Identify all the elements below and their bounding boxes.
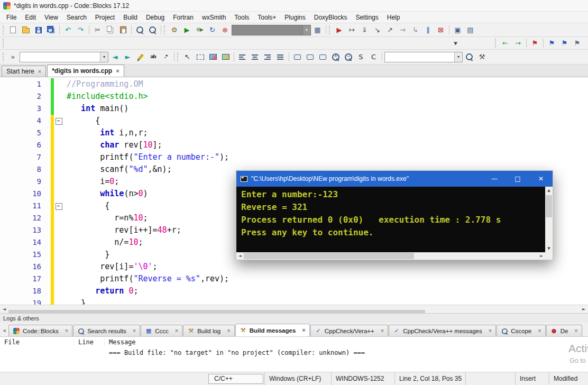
log-tab[interactable]: ▦Cccc bbox=[141, 325, 182, 336]
menu-item-tools[interactable]: Tools+ bbox=[253, 13, 280, 22]
console-minimize-button[interactable]: — bbox=[483, 171, 506, 187]
menu-item-settings[interactable]: Settings bbox=[351, 13, 382, 22]
panel-box-button[interactable] bbox=[317, 51, 329, 63]
console-maximize-button[interactable]: □ bbox=[506, 171, 529, 187]
hscroll-track[interactable] bbox=[244, 252, 538, 260]
tab-close-icon[interactable] bbox=[133, 328, 136, 334]
copy-button[interactable] bbox=[104, 24, 116, 36]
log-tab[interactable]: ●De bbox=[546, 325, 582, 336]
incremental-search-combo[interactable] bbox=[20, 52, 108, 62]
tab-close-icon[interactable] bbox=[489, 328, 492, 334]
log-tab[interactable]: Search results bbox=[73, 325, 140, 336]
search-next-button[interactable]: ► bbox=[122, 51, 134, 63]
menu-item-doxyblocks[interactable]: DoxyBlocks bbox=[310, 13, 352, 22]
menu-item-project[interactable]: Project bbox=[91, 13, 119, 22]
highlight-occurrences-button[interactable] bbox=[134, 51, 146, 63]
tab-close-icon[interactable] bbox=[538, 328, 541, 334]
browse-forward-button[interactable]: → bbox=[512, 38, 524, 49]
scroll-right-icon[interactable] bbox=[580, 305, 588, 314]
zoom-in-button[interactable] bbox=[329, 51, 342, 63]
scroll-left-icon[interactable] bbox=[236, 252, 244, 260]
browse-back-button[interactable]: ← bbox=[499, 38, 511, 49]
sizer-box-button[interactable] bbox=[304, 51, 316, 63]
align-justify-button[interactable] bbox=[274, 51, 287, 63]
step-out-button[interactable]: ↗ bbox=[384, 24, 396, 36]
build-button[interactable]: ⚙ bbox=[168, 24, 180, 36]
menu-item-wxsmith[interactable]: wxSmith bbox=[198, 13, 230, 22]
replace-button[interactable] bbox=[146, 24, 159, 36]
code-text[interactable]: #include<stdio.h> bbox=[63, 90, 148, 103]
incsearch-menu-button[interactable]: » bbox=[7, 51, 19, 63]
tab-close-icon[interactable] bbox=[38, 69, 41, 75]
scroll-up-icon[interactable] bbox=[545, 187, 553, 194]
log-tab[interactable]: ⚒Build log bbox=[183, 325, 235, 336]
debug-continue-button[interactable]: ▶ bbox=[333, 24, 345, 36]
tab-close-icon[interactable] bbox=[65, 328, 68, 334]
build-target-combo-dropdown-icon[interactable] bbox=[302, 25, 310, 35]
console-vscrollbar[interactable] bbox=[545, 187, 553, 252]
build-and-run-button[interactable]: ⚙▶ bbox=[194, 24, 206, 36]
next-line-button[interactable]: ⇓ bbox=[359, 24, 371, 36]
code-text[interactable]: scanf("%d",&n); bbox=[63, 163, 172, 176]
tab-close-icon[interactable] bbox=[381, 328, 384, 334]
code-text[interactable]: { bbox=[63, 115, 100, 127]
search-prev-button[interactable]: ◄ bbox=[109, 51, 121, 63]
menu-item-file[interactable]: File bbox=[2, 13, 21, 22]
rebuild-button[interactable]: ↻ bbox=[206, 24, 218, 36]
debugger-info-button[interactable]: ▤ bbox=[464, 24, 476, 36]
tab-scroll-left-icon[interactable] bbox=[0, 325, 8, 336]
code-text[interactable]: rev[i++]=48+r; bbox=[63, 224, 181, 236]
insert-frame-button[interactable] bbox=[219, 51, 232, 63]
cut-button[interactable]: ✂ bbox=[91, 24, 104, 36]
console-hscrollbar[interactable] bbox=[236, 252, 553, 260]
tab-close-icon[interactable] bbox=[302, 327, 305, 333]
break-debugger-button[interactable]: ‖ bbox=[422, 24, 434, 36]
editor-tab[interactable]: Start here bbox=[2, 66, 46, 77]
match-case-button[interactable]: ab bbox=[147, 51, 159, 63]
abort-build-button[interactable]: ⊗ bbox=[219, 24, 231, 36]
log-row[interactable]: === Build file: "no target" in "no proje… bbox=[0, 347, 588, 358]
symbol-search-combo[interactable] bbox=[384, 52, 463, 62]
code-text[interactable]: printf("Enter a number:-"); bbox=[63, 151, 229, 163]
step-into-button[interactable]: ↘ bbox=[371, 24, 383, 36]
log-tab[interactable]: Cscope bbox=[497, 325, 545, 336]
code-text[interactable]: int i,n,r; bbox=[63, 127, 148, 139]
code-text[interactable]: { bbox=[63, 200, 109, 212]
redo-button[interactable]: ↷ bbox=[75, 24, 87, 36]
run-to-cursor-button[interactable]: ↦ bbox=[346, 24, 358, 36]
scroll-left-icon[interactable] bbox=[0, 305, 8, 314]
menu-item-tools[interactable]: Tools bbox=[230, 13, 253, 22]
tab-close-icon[interactable] bbox=[175, 328, 178, 334]
insert-image-button[interactable] bbox=[207, 51, 219, 63]
border-box-button[interactable] bbox=[291, 51, 304, 63]
code-text[interactable]: r=n%10; bbox=[63, 212, 148, 224]
code-text[interactable]: i=0; bbox=[63, 176, 119, 188]
next-instruction-button[interactable]: → bbox=[397, 24, 409, 36]
symbol-search-combo-dropdown-icon[interactable] bbox=[454, 52, 462, 62]
browse-marks-clear-button[interactable]: ⚑ bbox=[529, 38, 541, 49]
editor-tab[interactable]: *digits in words.cpp bbox=[47, 65, 124, 77]
align-right-button[interactable] bbox=[262, 51, 274, 63]
menu-item-help[interactable]: Help bbox=[383, 13, 405, 22]
code-text[interactable]: while(n>0) bbox=[63, 188, 148, 200]
hscroll-thumb[interactable] bbox=[244, 253, 414, 259]
console-close-button[interactable]: ✕ bbox=[529, 171, 553, 187]
tab-close-icon[interactable] bbox=[116, 68, 119, 74]
toolbar-overflow-button[interactable]: ▾ bbox=[449, 38, 462, 49]
save-button[interactable] bbox=[32, 24, 44, 36]
tab-close-icon[interactable] bbox=[574, 328, 577, 334]
build-target-combo[interactable] bbox=[232, 25, 311, 35]
open-tools-button[interactable]: ⚒ bbox=[476, 51, 488, 63]
scroll-right-icon[interactable] bbox=[538, 252, 545, 260]
build-options-button[interactable]: ▦ bbox=[311, 24, 324, 36]
code-text[interactable]: } bbox=[63, 297, 86, 305]
undo-button[interactable]: ↶ bbox=[62, 24, 74, 36]
bookmark-prev-button[interactable]: ⚑ bbox=[546, 38, 558, 49]
align-left-button[interactable] bbox=[236, 51, 249, 63]
stop-debugger-button[interactable]: ⊠ bbox=[435, 24, 447, 36]
new-file-button[interactable] bbox=[7, 24, 19, 36]
menu-item-search[interactable]: Search bbox=[62, 13, 91, 22]
pointer-tool-button[interactable]: ↖ bbox=[181, 51, 194, 63]
code-text[interactable]: int main() bbox=[63, 103, 128, 115]
use-regex-button[interactable]: .* bbox=[160, 51, 172, 63]
